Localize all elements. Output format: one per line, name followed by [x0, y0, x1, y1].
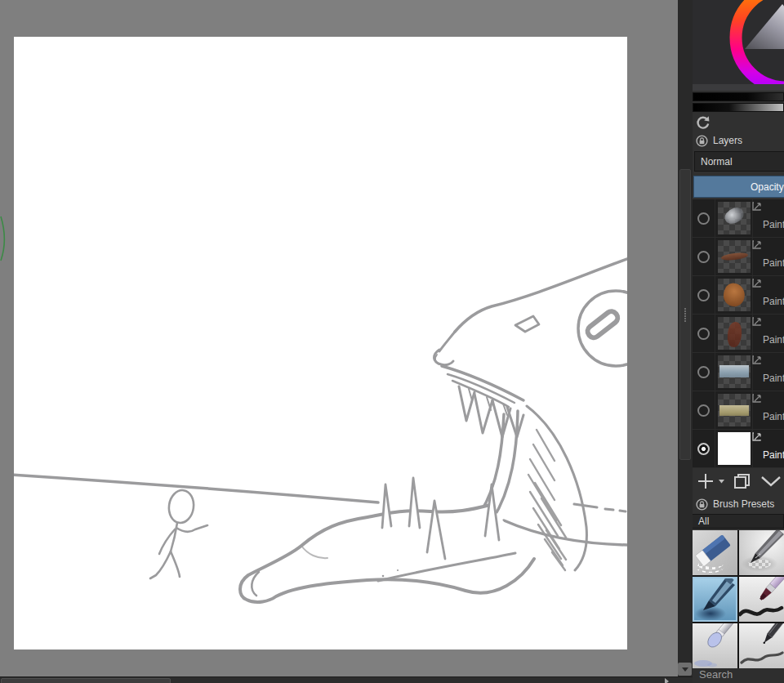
sketch-drawing: [14, 37, 627, 650]
blend-mode-value: Normal: [701, 156, 733, 167]
eye-off-icon: [697, 404, 710, 417]
duplicate-layer-button[interactable]: [733, 472, 752, 490]
layer-thumbnail[interactable]: [715, 315, 753, 352]
layer-visibility-toggle[interactable]: [693, 276, 715, 314]
layer-thumbnail[interactable]: [715, 238, 753, 275]
brush-presets-docker-header: Brush Presets: [693, 495, 784, 513]
brush-preset-ballpoint-pen[interactable]: [739, 623, 784, 668]
scrollbar-grip-dots: [684, 307, 686, 323]
blend-mode-select[interactable]: Normal: [694, 151, 784, 172]
layer-row[interactable]: Paint: [693, 315, 784, 353]
layer-visibility-toggle[interactable]: [693, 391, 715, 429]
layer-name: Paint: [763, 257, 784, 269]
wet-paintbrush-thumb: [739, 577, 784, 622]
docker-panel: Layers Normal Opacity: Paint Paint: [693, 0, 784, 683]
brush-cursor-arc: [0, 208, 8, 266]
brush-preset-ink-pen[interactable]: [739, 530, 784, 575]
layer-decoration-icon: [751, 201, 763, 212]
layers-docker-title: Layers: [713, 135, 742, 146]
eye-off-icon: [697, 251, 710, 263]
layer-list: Paint Paint Paint Paint: [693, 199, 784, 468]
lock-icon[interactable]: [696, 135, 708, 147]
brush-tag-filter[interactable]: All: [693, 514, 784, 529]
eye-off-icon: [697, 212, 710, 225]
canvas-workspace[interactable]: [0, 0, 678, 676]
layer-name: Paint: [763, 373, 784, 384]
round-brush-thumb: [693, 623, 737, 668]
gradient-bar-1[interactable]: [693, 92, 784, 101]
layers-docker-header: Layers: [693, 132, 784, 150]
eraser-brush-thumb: [693, 530, 737, 575]
layer-decoration-icon: [751, 278, 763, 289]
layer-thumbnail[interactable]: [715, 353, 753, 391]
layer-name: Paint: [763, 296, 784, 307]
add-layer-button[interactable]: [697, 472, 715, 490]
layer-visibility-toggle[interactable]: [693, 315, 715, 352]
reload-icon: [695, 115, 710, 131]
layer-row[interactable]: Paint: [693, 391, 784, 430]
vertical-scrollbar-handle[interactable]: [679, 169, 691, 460]
layer-visibility-toggle[interactable]: [693, 353, 715, 391]
layer-name: Paint: [763, 411, 784, 422]
eye-on-icon: [697, 443, 710, 455]
canvas-vertical-scrollbar[interactable]: [678, 0, 693, 676]
ink-pen-brush-thumb: [739, 530, 784, 575]
layer-row[interactable]: Paint: [693, 238, 784, 276]
scroll-down-button[interactable]: [678, 663, 692, 676]
layer-row-active[interactable]: Paint: [693, 430, 784, 468]
layer-decoration-icon: [751, 393, 763, 404]
layer-row[interactable]: Paint: [693, 276, 784, 315]
layer-name: Paint: [763, 334, 784, 346]
brush-preset-airbrush-selected[interactable]: [693, 577, 737, 622]
brush-presets-docker-title: Brush Presets: [713, 498, 774, 510]
layer-visibility-toggle[interactable]: [693, 238, 715, 275]
layer-thumbnail[interactable]: [715, 391, 753, 429]
ballpoint-pen-brush-thumb: [739, 623, 784, 668]
opacity-label: Opacity:: [751, 181, 784, 193]
layer-decoration-icon: [751, 355, 763, 366]
brush-preset-round-brush[interactable]: [693, 623, 737, 668]
layer-visibility-toggle[interactable]: [693, 430, 715, 467]
opacity-slider[interactable]: Opacity:: [693, 176, 784, 198]
airbrush-thumb: [693, 577, 737, 622]
layer-thumbnail[interactable]: [715, 430, 753, 467]
brush-search-input[interactable]: Search: [693, 668, 784, 683]
collapse-docker-button[interactable]: [760, 475, 782, 487]
layer-thumbnail[interactable]: [715, 199, 753, 237]
duplicate-layer-icon: [733, 472, 752, 490]
layer-visibility-toggle[interactable]: [693, 199, 715, 237]
eye-off-icon: [697, 289, 710, 301]
eye-off-icon: [697, 366, 710, 378]
scroll-right-button[interactable]: [665, 678, 673, 683]
layer-decoration-icon: [751, 316, 763, 328]
layer-row[interactable]: Paint: [693, 353, 784, 391]
docker-divider: [693, 84, 784, 91]
brush-preset-wet-paintbrush[interactable]: [739, 577, 784, 622]
layer-name: Paint: [763, 449, 784, 461]
layer-toolbar: [693, 469, 784, 493]
hue-ring-icon: [693, 0, 784, 84]
lock-icon[interactable]: [696, 498, 708, 511]
horizontal-scrollbar-handle[interactable]: [1, 678, 171, 683]
layer-name: Paint: [763, 219, 784, 230]
layer-decoration-icon: [751, 431, 763, 443]
brush-preset-grid: [693, 530, 784, 669]
search-placeholder: Search: [699, 668, 733, 681]
gradient-bar-2[interactable]: [693, 103, 784, 112]
layer-row[interactable]: Paint: [693, 199, 784, 238]
brush-preset-eraser[interactable]: [693, 530, 737, 575]
chevron-down-icon: [760, 475, 782, 487]
advanced-color-selector[interactable]: [693, 0, 784, 84]
brush-tag-value: All: [698, 516, 709, 527]
layer-decoration-icon: [751, 239, 763, 251]
layer-thumbnail[interactable]: [715, 276, 753, 314]
refresh-button[interactable]: [695, 114, 715, 132]
plus-icon: [697, 472, 715, 490]
dropdown-arrow-icon: [718, 478, 725, 484]
drawing-canvas[interactable]: [14, 37, 627, 650]
add-layer-menu-button[interactable]: [718, 478, 725, 484]
eye-off-icon: [697, 328, 710, 340]
canvas-horizontal-scrollbar[interactable]: [0, 676, 693, 683]
